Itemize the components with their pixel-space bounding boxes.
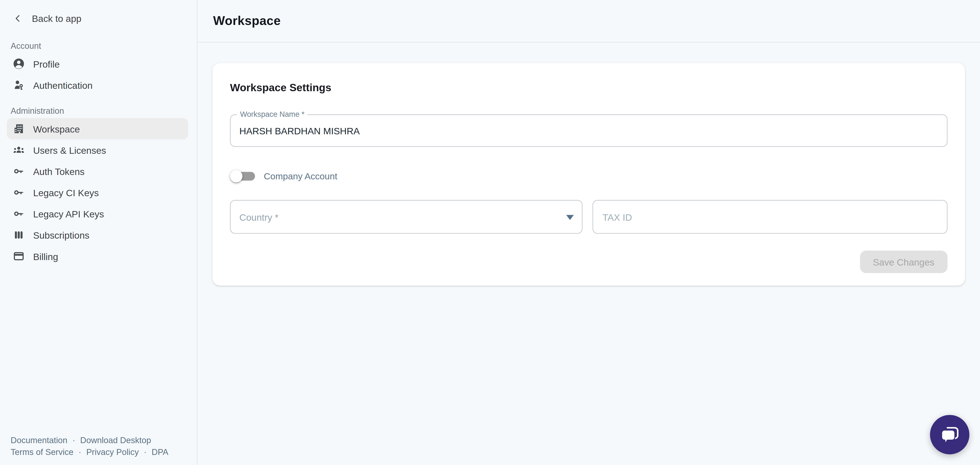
page-header: Workspace — [197, 0, 980, 43]
sidebar-item-legacy-ci-keys[interactable]: Legacy CI Keys — [7, 182, 188, 203]
back-to-app-label: Back to app — [32, 13, 81, 24]
sidebar-item-billing[interactable]: Billing — [7, 245, 188, 267]
groups-icon — [13, 144, 25, 156]
sidebar-item-legacy-api-keys[interactable]: Legacy API Keys — [7, 203, 188, 225]
account-circle-icon — [13, 57, 25, 70]
footer-link-documentation[interactable]: Documentation — [11, 435, 67, 446]
company-account-row: Company Account — [230, 164, 947, 188]
footer-link-download-desktop[interactable]: Download Desktop — [80, 435, 151, 446]
sidebar-item-auth-tokens[interactable]: Auth Tokens — [7, 161, 188, 182]
workspace-name-input[interactable] — [231, 125, 947, 136]
sidebar-item-label: Auth Tokens — [33, 166, 84, 177]
toggle-thumb — [230, 170, 242, 182]
sidebar-item-label: Legacy API Keys — [33, 209, 104, 219]
card-title: Workspace Settings — [230, 82, 947, 94]
tax-id-field — [593, 200, 948, 234]
back-to-app-button[interactable]: Back to app — [14, 10, 197, 27]
footer-separator: · — [78, 446, 81, 458]
sidebar-item-label: Billing — [33, 251, 58, 261]
workspace-name-field: Workspace Name * — [230, 115, 947, 147]
company-account-label: Company Account — [264, 171, 337, 181]
country-select[interactable]: Country * — [230, 200, 582, 234]
section-label-administration: Administration — [11, 104, 197, 117]
country-tax-row: Country * — [230, 200, 947, 234]
sidebar-item-authentication[interactable]: Authentication — [7, 74, 188, 96]
key-icon — [13, 207, 25, 220]
tax-id-input[interactable] — [593, 212, 947, 222]
chevron-left-icon — [14, 14, 22, 22]
building-icon — [13, 123, 25, 135]
footer-separator: · — [144, 446, 146, 458]
workspace-name-label: Workspace Name * — [237, 110, 307, 119]
dropdown-caret-icon — [566, 215, 574, 220]
sidebar-item-label: Subscriptions — [33, 230, 89, 240]
sidebar: Back to app Account Profile Authenticati… — [0, 0, 197, 465]
sidebar-item-label: Users & Licenses — [33, 145, 106, 155]
settings-page: Back to app Account Profile Authenticati… — [0, 0, 980, 465]
sidebar-item-users-licenses[interactable]: Users & Licenses — [7, 139, 188, 161]
company-account-toggle[interactable] — [230, 169, 258, 184]
sidebar-item-label: Legacy CI Keys — [33, 187, 99, 198]
chat-widget-button[interactable] — [930, 415, 969, 454]
footer-link-privacy-policy[interactable]: Privacy Policy — [86, 446, 139, 458]
sidebar-item-label: Profile — [33, 58, 60, 69]
chat-bubbles-icon — [939, 425, 960, 444]
footer-link-terms-of-service[interactable]: Terms of Service — [11, 446, 73, 458]
country-select-label: Country * — [231, 212, 278, 222]
sidebar-footer: Documentation · Download Desktop Terms o… — [11, 435, 169, 458]
footer-separator: · — [72, 435, 75, 446]
key-icon — [13, 186, 25, 199]
workspace-settings-card: Workspace Settings Workspace Name * Comp… — [212, 63, 965, 286]
bars-icon — [13, 229, 25, 241]
page-title: Workspace — [213, 14, 281, 28]
sidebar-item-profile[interactable]: Profile — [7, 53, 188, 74]
sidebar-item-workspace[interactable]: Workspace — [7, 118, 188, 139]
person-key-icon — [13, 79, 25, 91]
save-changes-button[interactable]: Save Changes — [860, 251, 947, 273]
main-area: Workspace Workspace Settings Workspace N… — [197, 0, 980, 465]
section-label-account: Account — [11, 39, 197, 52]
credit-card-icon — [13, 250, 25, 263]
content: Workspace Settings Workspace Name * Comp… — [197, 43, 980, 285]
key-icon — [13, 165, 25, 177]
actions-row: Save Changes — [230, 251, 947, 273]
sidebar-item-subscriptions[interactable]: Subscriptions — [7, 225, 188, 245]
footer-link-dpa[interactable]: DPA — [151, 446, 168, 458]
sidebar-item-label: Authentication — [33, 80, 92, 90]
sidebar-item-label: Workspace — [33, 123, 80, 134]
